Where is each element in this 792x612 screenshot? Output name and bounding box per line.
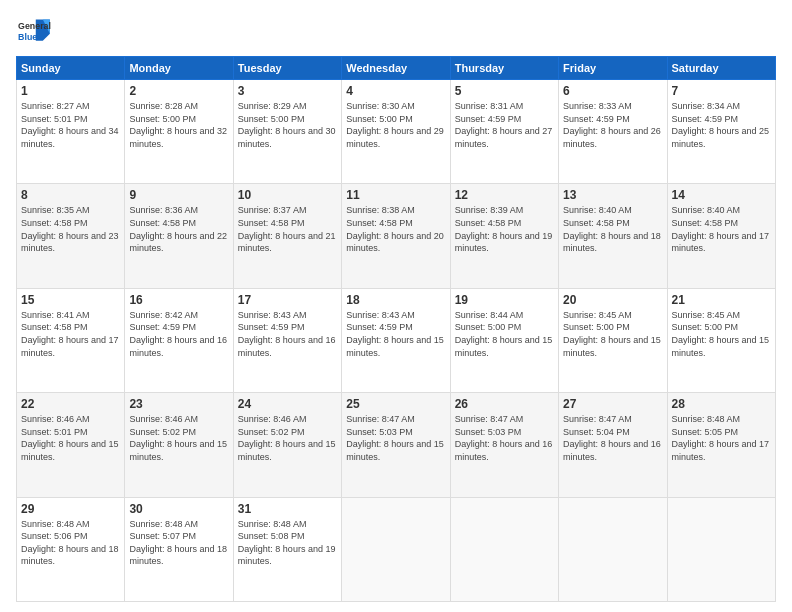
calendar-cell: 6Sunrise: 8:33 AMSunset: 4:59 PMDaylight… [559, 80, 667, 184]
day-number: 14 [672, 188, 771, 202]
day-info: Sunrise: 8:43 AMSunset: 4:59 PMDaylight:… [346, 309, 445, 359]
day-number: 11 [346, 188, 445, 202]
day-number: 29 [21, 502, 120, 516]
calendar-cell: 16Sunrise: 8:42 AMSunset: 4:59 PMDayligh… [125, 288, 233, 392]
day-number: 7 [672, 84, 771, 98]
page: General Blue SundayMondayTuesdayWednesda… [0, 0, 792, 612]
day-number: 9 [129, 188, 228, 202]
day-number: 16 [129, 293, 228, 307]
calendar-cell: 29Sunrise: 8:48 AMSunset: 5:06 PMDayligh… [17, 497, 125, 601]
calendar-week-1: 1Sunrise: 8:27 AMSunset: 5:01 PMDaylight… [17, 80, 776, 184]
calendar-cell: 25Sunrise: 8:47 AMSunset: 5:03 PMDayligh… [342, 393, 450, 497]
calendar-cell: 9Sunrise: 8:36 AMSunset: 4:58 PMDaylight… [125, 184, 233, 288]
day-number: 28 [672, 397, 771, 411]
calendar-cell: 24Sunrise: 8:46 AMSunset: 5:02 PMDayligh… [233, 393, 341, 497]
calendar-header-tuesday: Tuesday [233, 57, 341, 80]
day-number: 6 [563, 84, 662, 98]
day-info: Sunrise: 8:31 AMSunset: 4:59 PMDaylight:… [455, 100, 554, 150]
calendar-cell: 13Sunrise: 8:40 AMSunset: 4:58 PMDayligh… [559, 184, 667, 288]
day-info: Sunrise: 8:47 AMSunset: 5:03 PMDaylight:… [455, 413, 554, 463]
day-number: 23 [129, 397, 228, 411]
day-info: Sunrise: 8:35 AMSunset: 4:58 PMDaylight:… [21, 204, 120, 254]
calendar-cell: 30Sunrise: 8:48 AMSunset: 5:07 PMDayligh… [125, 497, 233, 601]
day-info: Sunrise: 8:48 AMSunset: 5:05 PMDaylight:… [672, 413, 771, 463]
calendar-cell [667, 497, 775, 601]
day-info: Sunrise: 8:37 AMSunset: 4:58 PMDaylight:… [238, 204, 337, 254]
calendar-week-5: 29Sunrise: 8:48 AMSunset: 5:06 PMDayligh… [17, 497, 776, 601]
day-info: Sunrise: 8:29 AMSunset: 5:00 PMDaylight:… [238, 100, 337, 150]
day-info: Sunrise: 8:40 AMSunset: 4:58 PMDaylight:… [563, 204, 662, 254]
calendar-week-2: 8Sunrise: 8:35 AMSunset: 4:58 PMDaylight… [17, 184, 776, 288]
day-info: Sunrise: 8:48 AMSunset: 5:06 PMDaylight:… [21, 518, 120, 568]
day-info: Sunrise: 8:46 AMSunset: 5:02 PMDaylight:… [238, 413, 337, 463]
calendar-cell: 5Sunrise: 8:31 AMSunset: 4:59 PMDaylight… [450, 80, 558, 184]
calendar-header-row: SundayMondayTuesdayWednesdayThursdayFrid… [17, 57, 776, 80]
day-info: Sunrise: 8:33 AMSunset: 4:59 PMDaylight:… [563, 100, 662, 150]
day-info: Sunrise: 8:36 AMSunset: 4:58 PMDaylight:… [129, 204, 228, 254]
calendar-header-wednesday: Wednesday [342, 57, 450, 80]
day-number: 19 [455, 293, 554, 307]
calendar-week-4: 22Sunrise: 8:46 AMSunset: 5:01 PMDayligh… [17, 393, 776, 497]
svg-text:Blue: Blue [18, 32, 37, 42]
calendar-cell: 7Sunrise: 8:34 AMSunset: 4:59 PMDaylight… [667, 80, 775, 184]
day-info: Sunrise: 8:27 AMSunset: 5:01 PMDaylight:… [21, 100, 120, 150]
day-info: Sunrise: 8:48 AMSunset: 5:07 PMDaylight:… [129, 518, 228, 568]
day-number: 20 [563, 293, 662, 307]
calendar-cell: 18Sunrise: 8:43 AMSunset: 4:59 PMDayligh… [342, 288, 450, 392]
day-number: 17 [238, 293, 337, 307]
calendar-cell: 14Sunrise: 8:40 AMSunset: 4:58 PMDayligh… [667, 184, 775, 288]
calendar-cell: 12Sunrise: 8:39 AMSunset: 4:58 PMDayligh… [450, 184, 558, 288]
day-info: Sunrise: 8:40 AMSunset: 4:58 PMDaylight:… [672, 204, 771, 254]
calendar-cell: 19Sunrise: 8:44 AMSunset: 5:00 PMDayligh… [450, 288, 558, 392]
logo-icon: General Blue [16, 16, 52, 46]
calendar-table: SundayMondayTuesdayWednesdayThursdayFrid… [16, 56, 776, 602]
day-number: 24 [238, 397, 337, 411]
calendar-cell: 3Sunrise: 8:29 AMSunset: 5:00 PMDaylight… [233, 80, 341, 184]
calendar-header-sunday: Sunday [17, 57, 125, 80]
header: General Blue [16, 16, 776, 46]
calendar-cell [450, 497, 558, 601]
day-info: Sunrise: 8:47 AMSunset: 5:04 PMDaylight:… [563, 413, 662, 463]
calendar-header-saturday: Saturday [667, 57, 775, 80]
day-number: 4 [346, 84, 445, 98]
calendar-cell: 1Sunrise: 8:27 AMSunset: 5:01 PMDaylight… [17, 80, 125, 184]
calendar-cell: 17Sunrise: 8:43 AMSunset: 4:59 PMDayligh… [233, 288, 341, 392]
day-info: Sunrise: 8:38 AMSunset: 4:58 PMDaylight:… [346, 204, 445, 254]
day-info: Sunrise: 8:44 AMSunset: 5:00 PMDaylight:… [455, 309, 554, 359]
day-info: Sunrise: 8:41 AMSunset: 4:58 PMDaylight:… [21, 309, 120, 359]
day-info: Sunrise: 8:47 AMSunset: 5:03 PMDaylight:… [346, 413, 445, 463]
day-number: 8 [21, 188, 120, 202]
calendar-cell: 2Sunrise: 8:28 AMSunset: 5:00 PMDaylight… [125, 80, 233, 184]
calendar-cell: 22Sunrise: 8:46 AMSunset: 5:01 PMDayligh… [17, 393, 125, 497]
calendar-header-thursday: Thursday [450, 57, 558, 80]
day-number: 31 [238, 502, 337, 516]
day-info: Sunrise: 8:46 AMSunset: 5:02 PMDaylight:… [129, 413, 228, 463]
day-number: 26 [455, 397, 554, 411]
day-info: Sunrise: 8:39 AMSunset: 4:58 PMDaylight:… [455, 204, 554, 254]
day-info: Sunrise: 8:48 AMSunset: 5:08 PMDaylight:… [238, 518, 337, 568]
day-number: 21 [672, 293, 771, 307]
calendar-cell: 4Sunrise: 8:30 AMSunset: 5:00 PMDaylight… [342, 80, 450, 184]
day-number: 22 [21, 397, 120, 411]
day-number: 1 [21, 84, 120, 98]
day-number: 30 [129, 502, 228, 516]
calendar-cell: 10Sunrise: 8:37 AMSunset: 4:58 PMDayligh… [233, 184, 341, 288]
day-info: Sunrise: 8:45 AMSunset: 5:00 PMDaylight:… [672, 309, 771, 359]
day-number: 5 [455, 84, 554, 98]
calendar-cell [559, 497, 667, 601]
day-number: 27 [563, 397, 662, 411]
day-info: Sunrise: 8:30 AMSunset: 5:00 PMDaylight:… [346, 100, 445, 150]
logo: General Blue [16, 16, 52, 46]
day-info: Sunrise: 8:34 AMSunset: 4:59 PMDaylight:… [672, 100, 771, 150]
calendar-header-monday: Monday [125, 57, 233, 80]
calendar-header-friday: Friday [559, 57, 667, 80]
calendar-cell: 11Sunrise: 8:38 AMSunset: 4:58 PMDayligh… [342, 184, 450, 288]
calendar-cell: 28Sunrise: 8:48 AMSunset: 5:05 PMDayligh… [667, 393, 775, 497]
calendar-week-3: 15Sunrise: 8:41 AMSunset: 4:58 PMDayligh… [17, 288, 776, 392]
svg-text:General: General [18, 21, 51, 31]
calendar-cell: 23Sunrise: 8:46 AMSunset: 5:02 PMDayligh… [125, 393, 233, 497]
day-number: 12 [455, 188, 554, 202]
calendar-cell: 20Sunrise: 8:45 AMSunset: 5:00 PMDayligh… [559, 288, 667, 392]
day-number: 18 [346, 293, 445, 307]
day-number: 2 [129, 84, 228, 98]
